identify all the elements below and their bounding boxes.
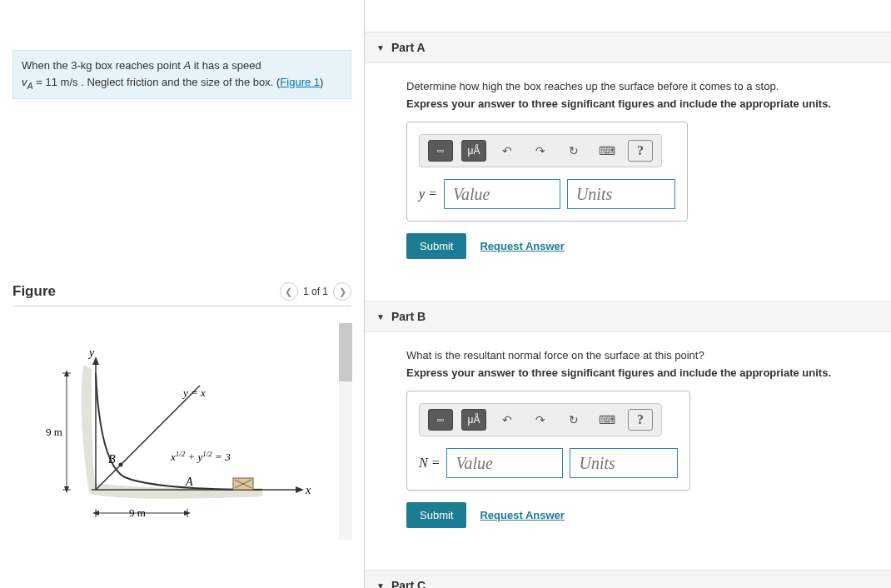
caret-down-icon: ▼ (376, 43, 385, 52)
speed-sub: A (27, 80, 33, 90)
figure-prev-button[interactable]: ❮ (280, 282, 298, 301)
part-a-toolbar: ▫▫ μÅ ↶ ↷ ↻ ⌨ ? (419, 134, 662, 167)
part-b-header[interactable]: ▼ Part B (365, 301, 891, 332)
part-b-title: Part B (391, 310, 426, 323)
part-b-body: What is the resultant normal force on th… (365, 332, 891, 545)
figure-header: Figure ❮ 1 of 1 ❯ (12, 282, 351, 306)
figure-svg: y x 9 m 9 m y = (12, 323, 337, 523)
special-chars-button[interactable]: μÅ (461, 140, 486, 162)
svg-point-15 (119, 463, 123, 467)
part-a-variable: y = (419, 187, 437, 202)
part-a-value-input[interactable] (444, 179, 560, 209)
left-panel: When the 3-kg box reaches point A it has… (0, 0, 365, 588)
problem-text-1: When the 3-kg box reaches point (22, 59, 183, 72)
keyboard-icon[interactable]: ⌨ (595, 409, 620, 431)
part-b-variable: N = (419, 456, 440, 471)
problem-statement: When the 3-kg box reaches point A it has… (12, 50, 351, 99)
y-axis-label: y (87, 346, 95, 359)
special-chars-button[interactable]: μÅ (461, 409, 486, 431)
figure-nav: ❮ 1 of 1 ❯ (280, 282, 351, 301)
right-panel: ▼ Part A Determine how high the box reac… (365, 0, 891, 588)
caret-down-icon: ▼ (376, 581, 385, 589)
figure-scrollbar[interactable] (339, 323, 352, 540)
caret-down-icon: ▼ (376, 312, 385, 321)
part-b-instruction: Express your answer to three significant… (406, 366, 866, 379)
part-a-request-link[interactable]: Request Answer (480, 240, 564, 252)
part-a-prompt: Determine how high the box reaches up th… (406, 80, 866, 92)
part-b-answer-box: ▫▫ μÅ ↶ ↷ ↻ ⌨ ? N = (406, 391, 690, 491)
x-axis-label: x (305, 484, 311, 496)
curve-eq-label: x1/2 + y1/2 = 3 (170, 450, 231, 463)
help-button[interactable]: ? (628, 140, 653, 162)
figure-link[interactable]: Figure 1 (280, 76, 320, 88)
part-a-body: Determine how high the box reaches up th… (365, 63, 891, 276)
part-a-actions: Submit Request Answer (406, 233, 866, 259)
part-b-toolbar: ▫▫ μÅ ↶ ↷ ↻ ⌨ ? (419, 403, 662, 436)
keyboard-icon[interactable]: ⌨ (595, 140, 620, 162)
figure-next-button[interactable]: ❯ (333, 282, 351, 301)
reset-icon[interactable]: ↻ (561, 140, 586, 162)
part-a-header[interactable]: ▼ Part A (365, 32, 891, 63)
template-icon[interactable]: ▫▫ (428, 140, 453, 162)
figure-counter: 1 of 1 (303, 286, 328, 297)
part-a-answer-box: ▫▫ μÅ ↶ ↷ ↻ ⌨ ? y = (406, 122, 688, 222)
part-b-submit-button[interactable]: Submit (406, 502, 466, 528)
redo-icon[interactable]: ↷ (528, 140, 553, 162)
part-b-request-link[interactable]: Request Answer (480, 509, 564, 521)
problem-tail: . Neglect friction and the size of the b… (78, 76, 281, 88)
part-b-input-row: N = (419, 448, 678, 478)
svg-line-14 (96, 386, 200, 490)
part-a-title: Part A (391, 41, 426, 54)
reset-icon[interactable]: ↻ (561, 409, 586, 431)
figure-section: Figure ❮ 1 of 1 ❯ y x (0, 282, 364, 523)
part-b-prompt: What is the resultant normal force on th… (406, 349, 866, 361)
part-c-header[interactable]: ▼ Part C (365, 570, 891, 588)
redo-icon[interactable]: ↷ (528, 409, 553, 431)
height-label: 9 m (46, 426, 62, 438)
width-label: 9 m (129, 506, 146, 519)
undo-icon[interactable]: ↶ (495, 409, 520, 431)
figure-title: Figure (12, 283, 56, 300)
undo-icon[interactable]: ↶ (495, 140, 520, 162)
help-button[interactable]: ? (628, 409, 653, 431)
point-B-label: B (108, 453, 116, 466)
svg-marker-3 (296, 486, 304, 493)
problem-close: ) (320, 76, 323, 88)
part-c-title: Part C (391, 579, 426, 588)
part-a-units-input[interactable] (567, 179, 675, 209)
part-b-units-input[interactable] (570, 448, 678, 478)
part-b-actions: Submit Request Answer (406, 502, 866, 528)
part-a-submit-button[interactable]: Submit (406, 233, 466, 259)
point-A-var: A (183, 59, 191, 72)
point-A-label: A (185, 476, 193, 488)
part-a-instruction: Express your answer to three significant… (406, 97, 866, 110)
figure-canvas: y x 9 m 9 m y = (12, 323, 337, 523)
template-icon[interactable]: ▫▫ (428, 409, 453, 431)
part-a-input-row: y = (419, 179, 675, 209)
problem-text-2: it has a speed (191, 59, 261, 72)
speed-eq: = 11 m/s (33, 76, 78, 88)
part-b-value-input[interactable] (446, 448, 563, 478)
line-eq-label: y = x (182, 386, 206, 399)
